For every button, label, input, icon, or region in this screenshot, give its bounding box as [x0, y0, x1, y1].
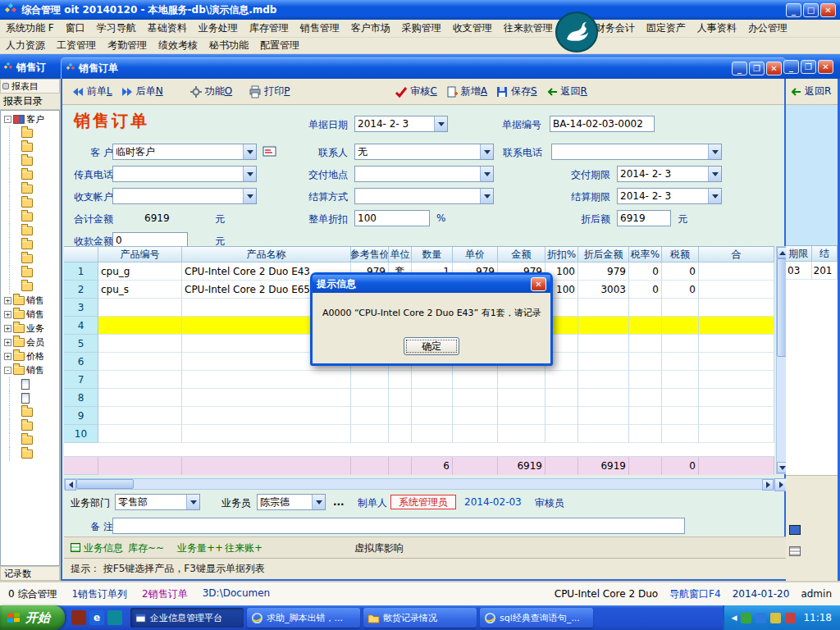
grid-cell[interactable]	[578, 335, 629, 353]
grid-cell[interactable]	[389, 389, 412, 407]
expand-icon[interactable]: +	[4, 325, 11, 332]
grid-row-number[interactable]: 8	[64, 389, 98, 407]
grid-cell[interactable]	[182, 407, 351, 425]
back-doc-icon[interactable]	[789, 525, 801, 535]
grid-cell[interactable]	[662, 299, 699, 317]
start-button[interactable]: 开始	[0, 605, 65, 630]
chevron-down-icon[interactable]	[186, 495, 199, 509]
tray-collapse-icon[interactable]: ◀	[731, 614, 737, 622]
menu-item[interactable]: 业务处理	[193, 21, 244, 35]
grid-horizontal-scrollbar[interactable]	[64, 478, 774, 490]
horizontal-scroll-thumb[interactable]	[76, 479, 134, 489]
grid-cell[interactable]	[412, 425, 453, 443]
grid-column-header[interactable]: 产品名称	[182, 247, 351, 262]
delivery-place-select[interactable]	[354, 166, 494, 182]
grid-cell[interactable]	[98, 425, 182, 443]
chevron-down-icon[interactable]	[243, 189, 256, 203]
menu-item[interactable]: 往来款管理	[498, 21, 559, 35]
back-return-button[interactable]: 返回R	[786, 79, 838, 105]
statusbar-tab[interactable]: 3D:\Documen	[203, 587, 270, 601]
grid-cell[interactable]	[699, 389, 774, 407]
dialog-titlebar[interactable]: 提示信息 ✕	[313, 275, 550, 293]
after-discount-input[interactable]: 6919	[617, 210, 671, 226]
expand-icon[interactable]: +	[4, 353, 11, 360]
menu-item[interactable]: 库存管理	[244, 21, 294, 35]
toolbar-button-next[interactable]: 后单N	[116, 83, 167, 100]
close-button[interactable]: ✕	[820, 3, 836, 17]
grid-row-number[interactable]: 5	[64, 335, 98, 353]
grid-cell[interactable]	[498, 425, 546, 443]
grid-cell[interactable]	[389, 371, 412, 389]
tree-item[interactable]	[1, 252, 59, 266]
collapse-icon[interactable]: -	[4, 367, 11, 374]
ie-icon[interactable]: e	[89, 610, 104, 625]
grid-cell[interactable]	[389, 407, 412, 425]
menu-item[interactable]: 窗口	[60, 21, 91, 35]
grid-cell[interactable]	[453, 389, 498, 407]
grid-cell[interactable]	[98, 407, 182, 425]
grid-column-header[interactable]: 税额	[662, 247, 699, 262]
chevron-down-icon[interactable]	[480, 144, 493, 159]
grid-cell[interactable]	[546, 407, 578, 425]
quick-launch-icon[interactable]	[107, 610, 122, 625]
toolbar-button-print[interactable]: 打印P	[244, 83, 294, 100]
chevron-down-icon[interactable]	[243, 167, 256, 181]
maximize-button[interactable]: □	[803, 3, 819, 17]
grid-column-header[interactable]: 折后金额	[578, 247, 629, 262]
grid-cell[interactable]	[389, 425, 412, 443]
grid-cell[interactable]	[662, 317, 699, 335]
discount-input[interactable]: 100	[354, 210, 430, 226]
fax-select[interactable]	[112, 166, 257, 182]
menu-item[interactable]: 配置管理	[254, 39, 305, 52]
grid-cell[interactable]	[98, 371, 182, 389]
grid-cell[interactable]	[98, 299, 182, 317]
grid-cell[interactable]	[629, 389, 662, 407]
tree-item[interactable]	[1, 433, 59, 447]
grid-cell[interactable]	[351, 407, 389, 425]
grid-cell[interactable]	[629, 371, 662, 389]
stock-link[interactable]: 库存~~	[128, 541, 164, 555]
grid-column-header[interactable]: 单价	[453, 247, 498, 262]
grid-cell[interactable]	[699, 425, 774, 443]
grid-row-number[interactable]: 10	[64, 425, 98, 443]
grid-cell[interactable]	[699, 262, 774, 281]
grid-cell[interactable]	[351, 371, 389, 389]
grid-column-header[interactable]: 参考售价	[351, 247, 389, 262]
grid-cell[interactable]	[453, 371, 498, 389]
grid-row-number[interactable]: 6	[64, 353, 98, 371]
tree-item[interactable]	[1, 391, 59, 405]
taskbar-task[interactable]: 求助_脚本出错，...	[247, 608, 360, 628]
grid-cell[interactable]	[98, 353, 182, 371]
account-select[interactable]	[112, 188, 257, 204]
tree-item[interactable]	[1, 266, 59, 280]
dialog-close-icon[interactable]: ✕	[531, 277, 546, 291]
tree-item[interactable]	[1, 168, 59, 182]
back-restore-button[interactable]: ❐	[801, 60, 816, 74]
grid-cell[interactable]	[351, 425, 389, 443]
grid-cell[interactable]: 0	[662, 262, 699, 281]
phone-select[interactable]	[551, 144, 722, 160]
salesman-more-button[interactable]: ...	[333, 496, 345, 508]
grid-cell[interactable]	[182, 389, 351, 407]
grid-cell[interactable]	[498, 371, 546, 389]
grid-cell[interactable]	[662, 335, 699, 353]
grid-cell[interactable]: 0	[629, 281, 662, 299]
grid-cell[interactable]: 3003	[578, 281, 629, 299]
menu-item[interactable]: 办公管理	[742, 21, 793, 35]
menu-item[interactable]: 考勤管理	[102, 39, 153, 52]
tree-item[interactable]	[1, 419, 59, 433]
grid-column-header[interactable]: 单位	[389, 247, 412, 262]
grid-row-number[interactable]: 2	[64, 281, 98, 299]
customer-select[interactable]: 临时客户	[112, 144, 257, 160]
back-list-icon[interactable]	[789, 546, 801, 556]
grid-cell[interactable]	[662, 425, 699, 443]
business-info-link[interactable]: 业务信息	[84, 541, 123, 555]
chevron-down-icon[interactable]	[708, 144, 721, 159]
toolbar-button-prev[interactable]: 前单L	[67, 83, 116, 100]
grid-cell[interactable]	[578, 425, 629, 443]
back-minimize-button[interactable]: _	[783, 60, 799, 74]
contact-select[interactable]: 无	[354, 144, 494, 160]
toolbar-button-return[interactable]: 返回R	[541, 83, 591, 100]
grid-cell[interactable]	[699, 299, 774, 317]
tree-item[interactable]	[1, 238, 59, 252]
